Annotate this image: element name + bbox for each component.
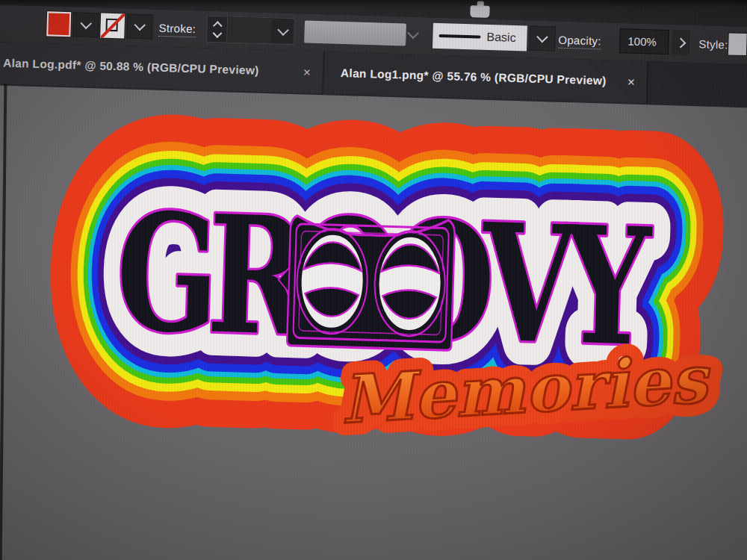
- stroke-label[interactable]: Stroke:: [158, 22, 196, 37]
- application-window: Stroke: Basic Opacity: 100% Styl: [0, 0, 747, 560]
- style-label: Style:: [698, 37, 728, 52]
- fill-color-dropdown-button[interactable]: [72, 12, 99, 37]
- brush-dropdown-button[interactable]: [529, 25, 556, 51]
- moon-eyes: [276, 215, 455, 350]
- close-tab-icon[interactable]: ×: [627, 75, 635, 88]
- chevron-down-icon: [536, 31, 548, 43]
- brush-name: Basic: [486, 31, 516, 45]
- brush-stroke-preview-icon: [438, 34, 480, 39]
- opacity-expand-button[interactable]: [672, 30, 690, 55]
- chevron-down-icon: [212, 28, 222, 38]
- tab-label: Alan Log.pdf* @ 50.88 % (RGB/CPU Preview…: [3, 57, 259, 78]
- stroke-color-swatch[interactable]: [100, 13, 125, 38]
- opacity-value: 100%: [627, 34, 657, 48]
- chevron-right-icon: [675, 37, 686, 48]
- tab-label: Alan Log1.png* @ 55.76 % (RGB/CPU Previe…: [341, 66, 607, 88]
- canvas-area[interactable]: GROOVY GROOVY GROOVY GROOVY GROOVY GROOV…: [0, 85, 747, 560]
- opacity-label[interactable]: Opacity:: [558, 34, 601, 50]
- none-slash-icon: [100, 13, 125, 38]
- app-glyph-icon: [470, 5, 489, 18]
- stroke-weight-dropdown-button[interactable]: [271, 18, 294, 44]
- chevron-down-icon: [277, 24, 289, 36]
- fill-color-swatch[interactable]: [46, 11, 71, 37]
- opacity-value-field[interactable]: 100%: [619, 28, 669, 55]
- chevron-down-icon: [80, 18, 92, 30]
- width-profile-dropdown-button[interactable]: [407, 28, 419, 40]
- close-tab-icon[interactable]: ×: [303, 66, 311, 78]
- brush-definition-field[interactable]: Basic: [433, 23, 527, 52]
- stroke-color-dropdown-button[interactable]: [126, 13, 153, 39]
- tab-alan-log1-png[interactable]: Alan Log1.png* @ 55.76 % (RGB/CPU Previe…: [323, 52, 648, 103]
- width-profile-preview[interactable]: [304, 21, 406, 46]
- graphic-style-swatch[interactable]: [728, 33, 747, 55]
- stroke-weight-stepper[interactable]: [207, 16, 228, 43]
- groovy-memories-logo: GROOVY GROOVY GROOVY GROOVY GROOVY GROOV…: [0, 93, 740, 560]
- stroke-weight-field[interactable]: [227, 16, 272, 43]
- chevron-down-icon: [134, 19, 146, 31]
- stroke-weight-group: [206, 16, 295, 45]
